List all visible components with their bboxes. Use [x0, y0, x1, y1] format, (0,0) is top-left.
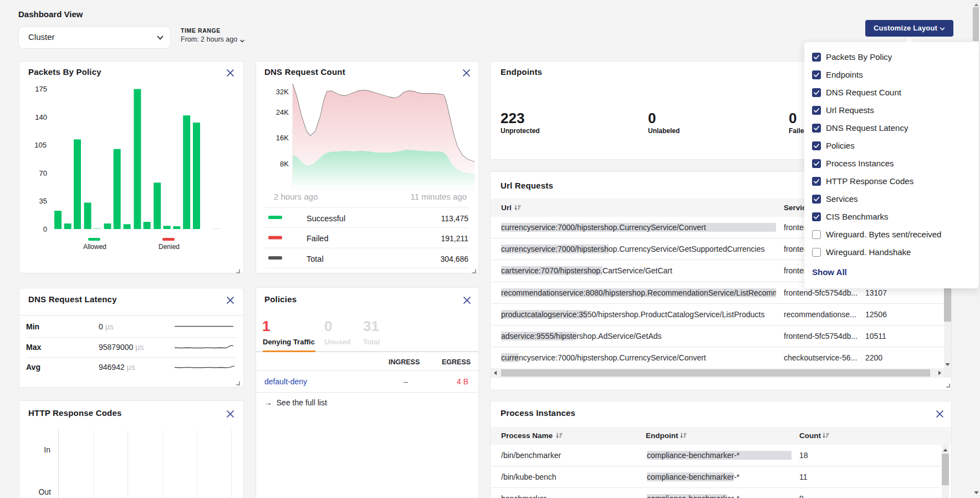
svg-text:11 minutes ago: 11 minutes ago [411, 192, 467, 201]
svg-text:Allowed: Allowed [83, 243, 106, 251]
svg-text:Out: Out [38, 487, 51, 496]
svg-text:8K: 8K [280, 160, 289, 168]
svg-text:113,475: 113,475 [441, 214, 468, 223]
svg-text:2 hours ago: 2 hours ago [274, 192, 318, 201]
svg-text:24K: 24K [276, 108, 289, 116]
svg-text:Failed: Failed [307, 234, 329, 243]
svg-text:70: 70 [39, 169, 47, 177]
svg-text:0 µs: 0 µs [99, 322, 114, 331]
svg-text:32K: 32K [276, 88, 289, 96]
svg-text:16K: 16K [276, 134, 289, 142]
svg-text:In: In [44, 445, 50, 454]
svg-text:95879000 µs: 95879000 µs [99, 343, 144, 352]
svg-text:Avg: Avg [26, 363, 40, 372]
svg-text:0: 0 [43, 225, 47, 233]
svg-text:Max: Max [26, 343, 41, 352]
svg-text:304,686: 304,686 [440, 255, 468, 263]
svg-text:Min: Min [26, 322, 39, 331]
svg-text:Denied: Denied [159, 243, 180, 251]
svg-text:35: 35 [39, 197, 47, 205]
svg-text:Successful: Successful [307, 214, 345, 223]
svg-text:140: 140 [35, 113, 47, 121]
svg-text:946942 µs: 946942 µs [99, 363, 135, 372]
svg-text:Total: Total [307, 255, 324, 263]
svg-text:105: 105 [34, 141, 47, 149]
svg-text:191,211: 191,211 [441, 234, 468, 243]
svg-text:175: 175 [35, 85, 47, 93]
